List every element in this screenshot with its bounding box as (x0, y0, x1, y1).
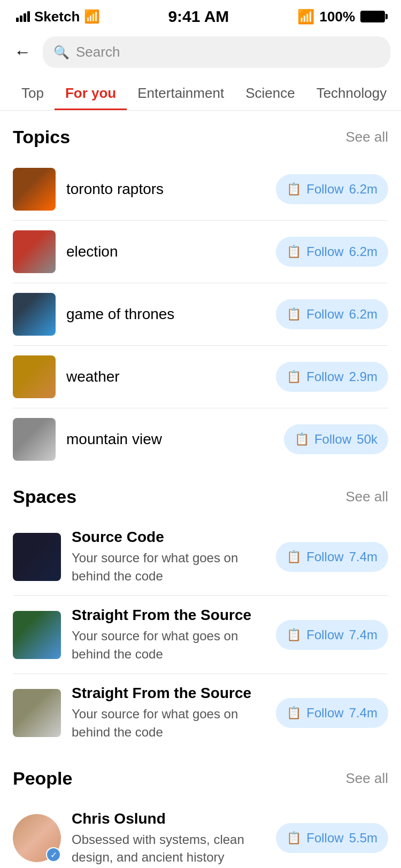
follow-icon: 📋 (295, 432, 309, 446)
topic-name-toronto-raptors: toronto raptors (66, 181, 265, 198)
follow-button-got[interactable]: 📋 Follow 6.2m (276, 299, 388, 329)
follow-label: Follow (306, 627, 343, 642)
follow-count: 6.2m (349, 182, 377, 197)
follow-icon: 📋 (287, 245, 301, 259)
straight-thumb-2 (13, 689, 61, 737)
tab-for-you[interactable]: For you (55, 76, 127, 110)
follow-count: 6.2m (349, 307, 377, 322)
topic-name-election: election (66, 243, 265, 260)
topics-see-all[interactable]: See all (346, 129, 389, 145)
topics-section: Topics See all toronto raptors 📋 Follow … (0, 111, 401, 470)
follow-label: Follow (314, 432, 351, 447)
space-info: Straight From the Source Your source for… (72, 685, 265, 741)
space-info: Source Code Your source for what goes on… (72, 529, 265, 585)
tab-technology[interactable]: Technology (306, 76, 398, 110)
list-item: ✓ Chris Oslund Obsessed with systems, cl… (13, 800, 388, 868)
follow-count: 7.4m (349, 706, 377, 720)
tab-science[interactable]: Science (235, 76, 306, 110)
follow-button-chris[interactable]: 📋 Follow 5.5m (276, 823, 388, 853)
person-bio: Obsessed with systems, clean design, and… (72, 831, 265, 866)
person-name: Chris Oslund (72, 810, 265, 827)
search-input[interactable]: Search (76, 44, 120, 60)
follow-count: 50k (357, 432, 377, 447)
status-left: Sketch 📶 (16, 9, 100, 25)
follow-label: Follow (306, 307, 343, 322)
follow-icon: 📋 (287, 831, 301, 845)
follow-icon: 📋 (287, 370, 301, 384)
follow-label: Follow (306, 244, 343, 259)
space-desc: Your source for what goes on behind the … (72, 549, 265, 585)
follow-button-weather[interactable]: 📋 Follow 2.9m (276, 362, 388, 392)
list-item: Source Code Your source for what goes on… (13, 518, 388, 596)
follow-label: Follow (306, 182, 343, 197)
list-item: Straight From the Source Your source for… (13, 674, 388, 751)
election-thumb (13, 230, 56, 273)
topics-header: Topics See all (13, 127, 388, 148)
topic-name-weather: weather (66, 368, 265, 385)
battery-percent: 100% (320, 9, 356, 25)
follow-button-toronto-raptors[interactable]: 📋 Follow 6.2m (276, 174, 388, 204)
follow-button-straight-2[interactable]: 📋 Follow 7.4m (276, 698, 388, 728)
straight-thumb-1 (13, 611, 61, 659)
follow-label: Follow (306, 369, 343, 384)
follow-button-straight-1[interactable]: 📋 Follow 7.4m (276, 620, 388, 650)
space-name: Straight From the Source (72, 607, 265, 624)
people-section: People See all ✓ Chris Oslund Obsessed w… (0, 752, 401, 868)
follow-icon: 📋 (287, 628, 301, 642)
space-desc: Your source for what goes on behind the … (72, 627, 265, 663)
search-icon: 🔍 (53, 45, 70, 60)
follow-button-source-code[interactable]: 📋 Follow 7.4m (276, 542, 388, 572)
list-item: mountain view 📋 Follow 50k (13, 408, 388, 470)
space-name: Straight From the Source (72, 685, 265, 702)
weather-thumb (13, 355, 56, 398)
list-item: game of thrones 📋 Follow 6.2m (13, 283, 388, 346)
space-info: Straight From the Source Your source for… (72, 607, 265, 663)
follow-count: 7.4m (349, 549, 377, 564)
topic-name-mountain: mountain view (66, 431, 273, 448)
follow-count: 2.9m (349, 369, 377, 384)
search-bar[interactable]: 🔍 Search (43, 36, 390, 68)
status-right: 📶 100% (297, 9, 385, 25)
wifi-icon: 📶 (84, 9, 100, 24)
bluetooth-icon: 📶 (297, 9, 314, 25)
spaces-header: Spaces See all (13, 486, 388, 507)
follow-label: Follow (306, 706, 343, 720)
signal-icon (16, 11, 30, 22)
follow-count: 7.4m (349, 627, 377, 642)
follow-icon: 📋 (287, 706, 301, 720)
people-see-all[interactable]: See all (346, 770, 389, 787)
header: ← 🔍 Search (0, 31, 401, 76)
tab-art[interactable]: Art (397, 76, 401, 110)
nav-tabs: Top For you Entertainment Science Techno… (0, 76, 401, 111)
people-header: People See all (13, 768, 388, 789)
follow-button-election[interactable]: 📋 Follow 6.2m (276, 237, 388, 267)
space-desc: Your source for what goes on behind the … (72, 705, 265, 741)
spaces-title: Spaces (13, 486, 76, 507)
carrier-label: Sketch (34, 9, 80, 25)
source-code-thumb (13, 533, 61, 581)
follow-label: Follow (306, 831, 343, 846)
list-item: Straight From the Source Your source for… (13, 596, 388, 674)
spaces-section: Spaces See all Source Code Your source f… (0, 470, 401, 752)
follow-icon: 📋 (287, 307, 301, 321)
topic-name-got: game of thrones (66, 306, 265, 323)
battery-icon (360, 11, 385, 22)
tab-entertainment[interactable]: Entertainment (127, 76, 235, 110)
list-item: toronto raptors 📋 Follow 6.2m (13, 158, 388, 221)
follow-button-mountain[interactable]: 📋 Follow 50k (284, 424, 388, 454)
got-thumb (13, 293, 56, 336)
follow-count: 5.5m (349, 831, 377, 846)
tab-top[interactable]: Top (11, 76, 55, 110)
topics-title: Topics (13, 127, 70, 148)
people-title: People (13, 768, 72, 789)
chris-avatar-wrap: ✓ (13, 814, 61, 862)
mountain-thumb (13, 418, 56, 461)
toronto-raptors-thumb (13, 168, 56, 211)
list-item: election 📋 Follow 6.2m (13, 221, 388, 283)
verified-badge: ✓ (46, 847, 61, 862)
list-item: weather 📋 Follow 2.9m (13, 346, 388, 408)
space-name: Source Code (72, 529, 265, 546)
spaces-see-all[interactable]: See all (346, 489, 389, 505)
back-button[interactable]: ← (11, 41, 34, 64)
follow-label: Follow (306, 549, 343, 564)
